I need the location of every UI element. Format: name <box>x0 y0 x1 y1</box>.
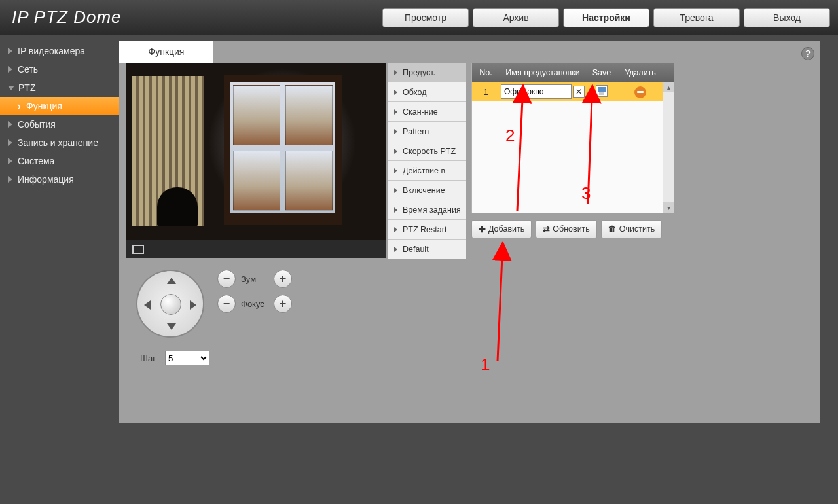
refresh-button[interactable]: ⇄Обновить <box>536 220 597 238</box>
refresh-icon: ⇄ <box>543 225 550 234</box>
step-select[interactable]: 5 <box>165 351 210 365</box>
plus-icon: ✚ <box>479 225 486 234</box>
zoom-label: Зум <box>241 274 268 284</box>
func-preset[interactable]: Предуст. <box>388 63 466 82</box>
top-navigation: Просмотр Архив Настройки Тревога Выход <box>382 8 838 27</box>
sidebar-item-camera[interactable]: IP видеокамера <box>0 42 119 60</box>
fullscreen-icon[interactable] <box>132 245 144 254</box>
focus-in-button[interactable]: + <box>274 295 292 313</box>
ptz-dpad <box>136 270 204 338</box>
main-panel: ? Функция <box>119 41 820 423</box>
sidebar-item-storage[interactable]: Запись и хранение <box>0 134 119 152</box>
func-ptz-speed[interactable]: Скорость PTZ <box>388 141 466 161</box>
row-no: 1 <box>472 87 500 97</box>
app-logo: IP PTZ Dome <box>0 7 122 27</box>
scroll-up-icon[interactable]: ▴ <box>663 82 674 92</box>
col-delete: Удалить <box>617 68 663 77</box>
tab-function[interactable]: Функция <box>119 41 213 63</box>
function-list: Предуст. Обход Скан-ние Pattern Скорость… <box>388 63 466 365</box>
zoom-out-button[interactable]: − <box>217 270 236 288</box>
ptz-left[interactable] <box>144 300 151 310</box>
nav-preview[interactable]: Просмотр <box>382 8 469 27</box>
ptz-down[interactable] <box>167 323 176 330</box>
clear-input-icon[interactable]: ✕ <box>573 86 585 98</box>
sidebar-item-network[interactable]: Сеть <box>0 60 119 79</box>
table-row: 1 ✕ <box>472 82 674 101</box>
chevron-icon <box>8 66 12 73</box>
preset-table: No. Имя предустановки Save Удалить 1 ✕ <box>471 63 674 213</box>
chevron-icon <box>8 121 12 128</box>
delete-icon[interactable] <box>634 86 646 98</box>
nav-settings[interactable]: Настройки <box>563 8 649 27</box>
focus-label: Фокус <box>241 299 268 309</box>
nav-logout[interactable]: Выход <box>744 8 830 27</box>
help-icon[interactable]: ? <box>801 47 814 60</box>
trash-icon: 🗑 <box>608 225 617 234</box>
ptz-up[interactable] <box>167 278 176 284</box>
sidebar-item-info[interactable]: Информация <box>0 170 119 189</box>
preset-name-input[interactable] <box>501 84 572 99</box>
scrollbar[interactable]: ▴ ▾ <box>663 82 674 213</box>
scroll-down-icon[interactable]: ▾ <box>663 202 674 213</box>
nav-alarm[interactable]: Тревога <box>653 8 740 27</box>
sidebar-item-system[interactable]: Система <box>0 152 119 170</box>
func-idle[interactable]: Действие в <box>388 161 466 181</box>
clear-button[interactable]: 🗑Очистить <box>601 220 662 238</box>
func-time-task[interactable]: Время задания <box>388 200 466 220</box>
save-icon[interactable] <box>596 85 608 97</box>
sidebar-sub-function[interactable]: Функция <box>0 97 119 115</box>
step-label: Шаг <box>140 353 156 363</box>
chevron-down-icon <box>8 86 14 90</box>
sidebar-item-ptz[interactable]: PTZ <box>0 79 119 97</box>
sidebar: IP видеокамера Сеть PTZ Функция События … <box>0 35 119 423</box>
sidebar-item-events[interactable]: События <box>0 115 119 134</box>
ptz-right[interactable] <box>190 300 196 310</box>
func-tour[interactable]: Обход <box>388 82 466 102</box>
col-save: Save <box>586 68 617 77</box>
add-button[interactable]: ✚Добавить <box>471 220 532 238</box>
func-scan[interactable]: Скан-ние <box>388 102 466 122</box>
chevron-icon <box>8 176 12 183</box>
col-no: No. <box>472 68 500 77</box>
func-ptz-restart[interactable]: PTZ Restart <box>388 220 466 240</box>
zoom-in-button[interactable]: + <box>274 270 292 288</box>
chevron-icon <box>8 158 12 164</box>
func-pattern[interactable]: Pattern <box>388 122 466 141</box>
func-powerup[interactable]: Включение <box>388 181 466 200</box>
focus-out-button[interactable]: − <box>217 295 236 313</box>
video-preview <box>126 63 386 258</box>
chevron-icon <box>8 139 12 146</box>
nav-archive[interactable]: Архив <box>473 8 559 27</box>
chevron-icon <box>8 48 12 54</box>
func-default[interactable]: Default <box>388 240 466 259</box>
col-name: Имя предустановки <box>500 68 586 77</box>
